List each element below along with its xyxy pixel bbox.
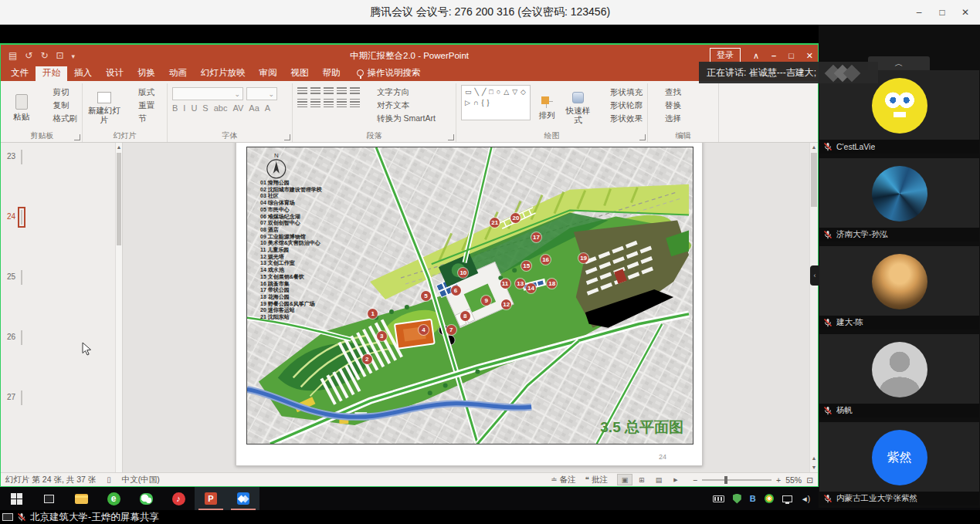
fit-slide-icon[interactable]: ⊡ (806, 475, 813, 485)
font-toggle-button[interactable]: B (172, 103, 178, 113)
dialog-launcher-icon[interactable] (639, 134, 646, 140)
line-spacing-icon[interactable] (350, 87, 360, 96)
ribbon-tab[interactable]: 开始 (36, 66, 67, 81)
network-icon[interactable] (782, 495, 792, 502)
dialog-launcher-icon[interactable] (448, 134, 454, 140)
align-left-icon[interactable] (297, 99, 307, 107)
editing-action[interactable]: 查找 (653, 87, 681, 98)
ribbon-tab[interactable]: 设计 (99, 66, 131, 81)
font-toggle-button[interactable]: abc (214, 103, 228, 113)
tell-me-search[interactable]: 操作说明搜索 (357, 67, 421, 81)
zoom-slider-thumb[interactable] (724, 476, 727, 484)
reading-view-icon[interactable] (651, 474, 666, 485)
font-toggle-button[interactable]: U (191, 103, 197, 113)
drawing-action[interactable]: 形状效果 (598, 113, 643, 124)
wechat-icon[interactable] (130, 487, 162, 510)
ribbon-tab[interactable]: 帮助 (316, 66, 348, 81)
slide-thumbnail[interactable]: 26 (1, 331, 122, 380)
ribbon-tab[interactable]: 切换 (131, 66, 162, 81)
music-app-icon[interactable] (162, 487, 195, 510)
slideshow-icon[interactable] (56, 51, 63, 60)
editing-action[interactable]: 替换 (653, 100, 681, 111)
ribbon-tab[interactable]: 动画 (162, 66, 194, 81)
minimize-icon[interactable] (771, 51, 776, 61)
panel-hide-handle[interactable]: ‹ (810, 265, 819, 286)
volume-icon[interactable] (801, 495, 809, 503)
align-right-icon[interactable] (324, 99, 334, 107)
slides-action[interactable]: 节 (126, 113, 154, 124)
font-size-combobox[interactable]: ⌄ (246, 87, 277, 100)
clipboard-action[interactable]: 格式刷 (41, 113, 78, 124)
font-toggle-button[interactable]: S (202, 103, 208, 113)
notes-button[interactable]: ≐ 备注 (551, 475, 575, 485)
language-status[interactable]: 中文(中国) (122, 475, 160, 485)
spellcheck-icon[interactable]: ▯ (107, 475, 111, 484)
slides-action[interactable]: 重置 (126, 100, 154, 111)
numbered-list-icon[interactable] (310, 87, 320, 96)
meeting-app-icon[interactable] (227, 487, 259, 510)
bluetooth-icon[interactable] (750, 494, 756, 503)
safety-icon[interactable] (765, 494, 774, 503)
normal-view-icon[interactable] (617, 474, 632, 485)
save-icon[interactable] (8, 51, 17, 60)
paragraph-action[interactable]: 文字方向 (365, 87, 436, 98)
font-toggle-button[interactable]: I (183, 103, 185, 113)
zoom-percentage[interactable]: 55% (785, 475, 802, 485)
zoom-in-button[interactable]: + (776, 475, 781, 485)
drawing-action[interactable]: 形状轮廓 (598, 100, 643, 111)
columns-icon[interactable] (350, 99, 360, 107)
slideshow-view-icon[interactable] (668, 474, 683, 485)
scroll-up-icon[interactable]: ▲ (116, 143, 122, 151)
slide-thumbnail[interactable]: 23 (1, 150, 122, 200)
font-toggle-button[interactable]: AV (232, 103, 243, 113)
decrease-indent-icon[interactable] (324, 87, 334, 96)
participant-tile[interactable]: 杨帆 (819, 334, 979, 418)
dialog-launcher-icon[interactable] (74, 134, 80, 140)
main-scrollbar[interactable]: ▲ ▲ ▼ (809, 143, 818, 472)
previous-slide-button[interactable]: ▲ (810, 454, 818, 463)
ribbon-tab[interactable]: 审阅 (253, 66, 284, 81)
minimize-button[interactable]: – (907, 0, 931, 25)
scrollbar-thumb[interactable] (811, 153, 817, 207)
increase-indent-icon[interactable] (337, 87, 347, 96)
undo-icon[interactable] (25, 51, 32, 60)
justify-icon[interactable] (337, 99, 347, 107)
participant-tile[interactable]: 济南大学-孙泓 (819, 158, 979, 242)
zoom-slider[interactable] (702, 479, 771, 481)
shield-icon[interactable] (733, 494, 741, 504)
qat-more-icon[interactable] (72, 51, 76, 60)
clipboard-action[interactable]: 复制 (41, 100, 78, 111)
keyboard-icon[interactable] (713, 495, 724, 502)
slide-thumbnail[interactable]: 27 (1, 391, 122, 441)
task-view-button[interactable] (32, 487, 65, 510)
align-center-icon[interactable] (310, 99, 320, 107)
restore-icon[interactable] (788, 51, 794, 61)
slide-sorter-icon[interactable] (634, 474, 649, 485)
shape-gallery[interactable]: ▭╲╱□○△▽◇▷∩{} (461, 85, 531, 120)
ribbon-tab[interactable]: 视图 (284, 66, 316, 81)
start-button[interactable] (0, 487, 32, 510)
arrange-button[interactable]: 排列 (535, 85, 558, 131)
participant-tile[interactable]: 紫然 内蒙古工业大学张紫然 (819, 422, 979, 505)
scrollbar-thumb[interactable] (117, 153, 121, 245)
comments-button[interactable]: ❝ 批注 (585, 475, 608, 485)
drawing-action[interactable]: 形状填充 (598, 87, 643, 98)
close-icon[interactable] (806, 51, 813, 61)
redo-icon[interactable] (40, 51, 48, 60)
quick-styles-button[interactable]: 快速样式 (563, 85, 593, 131)
slide-thumbnail[interactable]: 24 (1, 211, 122, 260)
browser-icon[interactable] (97, 487, 130, 510)
new-slide-button[interactable]: 新建幻灯片 (87, 85, 121, 131)
slides-action[interactable]: 版式 (126, 87, 154, 98)
ribbon-tab[interactable]: 插入 (67, 66, 99, 81)
powerpoint-icon[interactable] (195, 487, 227, 510)
dialog-launcher-icon[interactable] (284, 134, 290, 140)
bullet-list-icon[interactable] (297, 87, 307, 96)
font-toggle-button[interactable]: Aa (249, 103, 259, 113)
ribbon-tab[interactable]: 文件 (4, 66, 36, 81)
clipboard-action[interactable]: 剪切 (41, 87, 78, 98)
paste-button[interactable]: 粘贴 (7, 85, 36, 131)
next-slide-button[interactable]: ▼ (810, 463, 818, 472)
slide-thumbnail[interactable]: 25 (1, 271, 122, 320)
ribbon-tab[interactable]: 幻灯片放映 (194, 66, 253, 81)
